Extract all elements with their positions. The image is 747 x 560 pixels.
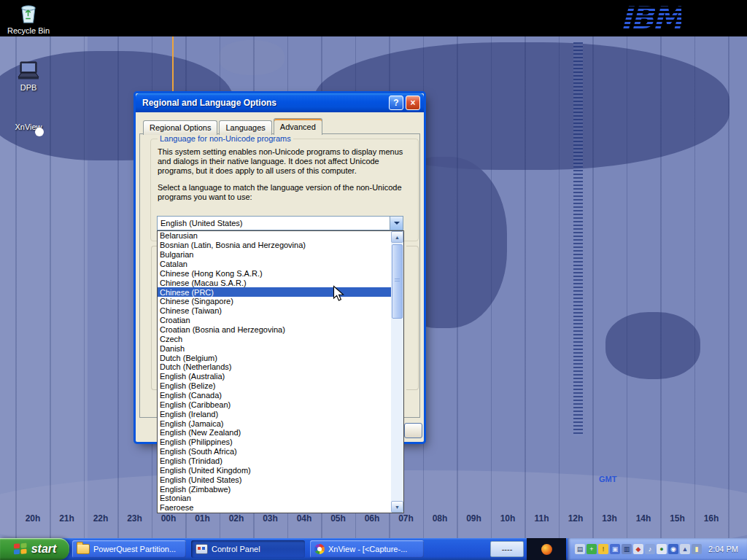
scroll-up-button[interactable]: ▲: [391, 231, 403, 243]
taskbar-clock: 2:04 PM: [708, 545, 747, 553]
group-description: This system setting enables non-Unicode …: [158, 147, 411, 176]
language-option[interactable]: English (Caribbean): [158, 400, 391, 409]
language-option[interactable]: Bulgarian: [158, 250, 391, 260]
group-instruction: Select a language to match the language …: [158, 183, 411, 202]
language-option[interactable]: English (Philippines): [158, 438, 391, 447]
combobox-dropdown-button[interactable]: [390, 217, 403, 230]
language-option[interactable]: Dutch (Netherlands): [158, 362, 391, 372]
non-unicode-language-combobox[interactable]: English (United States): [157, 216, 403, 230]
control-panel-icon: [196, 544, 208, 554]
taskbar-button-control-panel[interactable]: Control Panel: [191, 540, 305, 558]
language-option[interactable]: English (Trinidad): [158, 456, 391, 466]
taskbar-toolbar-label: ----: [502, 545, 513, 553]
folder-icon: [77, 544, 90, 554]
start-button[interactable]: start: [0, 538, 69, 560]
scroll-down-button[interactable]: ▼: [391, 501, 403, 513]
taskbar-buttons: PowerQuest Partition...Control PanelXnVi…: [72, 540, 424, 558]
language-option[interactable]: Czech: [158, 334, 391, 343]
dialog-titlebar[interactable]: Regional and Language Options ? ×: [136, 93, 424, 112]
tray-scheduler-icon[interactable]: ●: [657, 544, 667, 554]
language-option[interactable]: English (New Zealand): [158, 428, 391, 438]
app-launcher-icon: [541, 544, 552, 555]
language-option[interactable]: Chinese (PRC): [158, 287, 391, 297]
taskbar-button-label: XnView - [<Capture-...: [328, 545, 407, 553]
icon-label: DPB: [4, 83, 53, 92]
language-option[interactable]: English (South Africa): [158, 447, 391, 456]
language-option[interactable]: English (Zimbabwe): [158, 484, 391, 494]
help-button[interactable]: ?: [389, 96, 403, 110]
icon-label: Recycle Bin: [4, 26, 53, 35]
language-option[interactable]: Chinese (Taiwan): [158, 306, 391, 316]
tray-removal-icon[interactable]: ▲: [680, 544, 690, 554]
taskbar-button-xnview[interactable]: XnView - [<Capture-...: [310, 540, 424, 558]
language-option[interactable]: Croatian (Bosnia and Herzegovina): [158, 325, 391, 335]
tray-update-icon[interactable]: !: [598, 544, 608, 554]
tray-icons: ▤+!▣▥◆♪●◉▲▮: [575, 544, 702, 554]
xnview-icon: [314, 544, 325, 554]
desktop-icon-recycle-bin[interactable]: Recycle Bin: [4, 3, 53, 35]
top-black-band: IBM: [0, 0, 747, 36]
laptop-icon: [15, 60, 42, 82]
taskbar-toolbar[interactable]: ----: [490, 541, 524, 557]
dropdown-scrollbar[interactable]: ▲ ▼: [391, 231, 403, 513]
gmt-label: GMT: [599, 475, 616, 483]
date-line-hatch: [573, 42, 583, 436]
group-box-title: Language for non-Unicode programs: [158, 134, 293, 143]
language-dropdown-list: BelarusianBosnian (Latin, Bosnia and Her…: [157, 230, 404, 513]
ibm-logo: IBM: [621, 0, 681, 36]
desktop-icon-xnview[interactable]: XnView: [4, 121, 53, 131]
apply-button-partial[interactable]: [404, 423, 422, 438]
tab-advanced[interactable]: Advanced: [274, 118, 322, 135]
meridian-highlight-line: [172, 36, 174, 95]
hidden-groupbox-edge-right: [406, 246, 419, 390]
language-option[interactable]: Bosnian (Latin, Bosnia and Herzegovina): [158, 241, 391, 250]
system-tray: ▤+!▣▥◆♪●◉▲▮ 2:04 PM: [568, 538, 747, 560]
desktop: 20h21h22h23h00h01h02h03h04h05h06h07h08h0…: [0, 0, 747, 560]
taskbar-button-label: PowerQuest Partition...: [93, 545, 176, 553]
dialog-title: Regional and Language Options: [142, 98, 387, 108]
language-option[interactable]: Chinese (Singapore): [158, 297, 391, 306]
language-option[interactable]: Chinese (Macau S.A.R.): [158, 278, 391, 287]
close-button[interactable]: ×: [406, 96, 420, 110]
scrollbar-thumb[interactable]: [392, 244, 403, 319]
tab-languages[interactable]: Languages: [219, 120, 271, 135]
tray-keyboard-icon[interactable]: ▤: [575, 544, 585, 554]
tray-antivirus-icon[interactable]: ◆: [633, 544, 643, 554]
language-option[interactable]: English (United States): [158, 475, 391, 484]
tray-shield-icon[interactable]: +: [587, 544, 597, 554]
tray-network-icon[interactable]: ▥: [622, 544, 632, 554]
language-option[interactable]: English (Jamaica): [158, 419, 391, 428]
windows-flag-icon: [13, 542, 28, 556]
scrollbar-track[interactable]: [391, 243, 403, 501]
language-option[interactable]: Danish: [158, 343, 391, 353]
language-option[interactable]: Chinese (Hong Kong S.A.R.): [158, 268, 391, 278]
language-option[interactable]: English (United Kingdom): [158, 465, 391, 475]
start-label: start: [31, 542, 57, 556]
tray-messenger-icon[interactable]: ◉: [668, 544, 678, 554]
language-option[interactable]: Croatian: [158, 316, 391, 325]
language-option[interactable]: Estonian: [158, 494, 391, 503]
combobox-value: English (United States): [158, 219, 390, 228]
tab-regional-options[interactable]: Regional Options: [143, 120, 217, 135]
chevron-down-icon: [394, 222, 400, 225]
language-option[interactable]: English (Canada): [158, 391, 391, 400]
recycle-bin-icon: [18, 3, 39, 25]
language-option[interactable]: Belarusian: [158, 231, 391, 241]
desktop-icon-dpb[interactable]: DPB: [4, 60, 53, 92]
tray-volume-icon[interactable]: ♪: [645, 544, 655, 554]
language-options: BelarusianBosnian (Latin, Bosnia and Her…: [158, 231, 391, 513]
taskbar-button-label: Control Panel: [212, 545, 260, 553]
dialog-tab-strip: Regional Options Languages Advanced: [143, 118, 324, 135]
language-option[interactable]: Faeroese: [158, 503, 391, 513]
tray-display-icon[interactable]: ▣: [610, 544, 620, 554]
language-option[interactable]: English (Belize): [158, 381, 391, 391]
icon-label: XnView: [4, 122, 53, 131]
language-option[interactable]: Dutch (Belgium): [158, 353, 391, 362]
language-option[interactable]: English (Ireland): [158, 409, 391, 419]
language-option[interactable]: Catalan: [158, 260, 391, 269]
language-option[interactable]: English (Australia): [158, 372, 391, 381]
tray-power-icon[interactable]: ▮: [692, 544, 702, 554]
taskbar-dark-segment[interactable]: [527, 538, 566, 560]
taskbar: start PowerQuest Partition...Control Pan…: [0, 538, 747, 560]
taskbar-button-powerquest[interactable]: PowerQuest Partition...: [72, 540, 186, 558]
